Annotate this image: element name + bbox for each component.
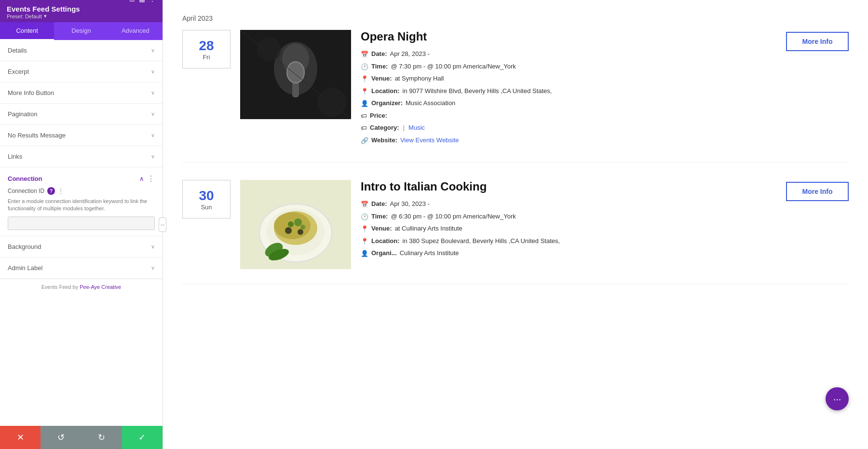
footer-link[interactable]: Pee-Aye Creative: [80, 284, 121, 290]
section-pagination-header[interactable]: Pagination ∨: [0, 104, 163, 124]
event-title-1: Intro to Italian Cooking: [361, 180, 776, 193]
person-icon-1: 👤: [361, 249, 368, 259]
date-value-1: Apr 30, 2023 -: [390, 199, 430, 209]
event-meta-category-0: 🏷 Category: | Music: [361, 123, 776, 133]
event-image-1: [240, 180, 351, 269]
footer-text: Events Feed by: [41, 284, 80, 290]
section-links: Links ∨: [0, 146, 163, 167]
help-icon[interactable]: ?: [47, 187, 55, 195]
section-admin-label-header[interactable]: Admin Label ∨: [0, 258, 163, 278]
tab-content[interactable]: Content: [0, 22, 54, 40]
pin-icon-venue-0: 📍: [361, 74, 368, 84]
connection-id-label: Connection ID: [8, 188, 44, 194]
chevron-icon-connection[interactable]: ∧: [139, 175, 144, 182]
category-link-0[interactable]: Music: [408, 123, 425, 133]
header-icons: ⊞ ▦ ⋮: [129, 0, 156, 3]
location-label-0: Location:: [371, 86, 400, 96]
event-date-day-0: Fri: [203, 54, 210, 61]
event-meta-date-0: 📅 Date: Apr 28, 2023 -: [361, 49, 776, 59]
dots-vert-conn-id[interactable]: ⋮: [58, 188, 64, 194]
organizer-label-0: Organizer:: [371, 98, 403, 108]
section-background-header[interactable]: Background ∨: [0, 236, 163, 257]
connection-title-row: Connection ∧ ⋮: [8, 167, 155, 187]
event-card-1: 30 Sun: [182, 180, 849, 284]
event-title-0: Opera Night: [361, 30, 776, 43]
section-more-info-label: More Info Button: [8, 89, 54, 96]
date-label-1: Date:: [371, 199, 387, 209]
grid-icon[interactable]: ▦: [139, 0, 145, 3]
link-icon-0: 🔗: [361, 136, 368, 146]
section-pagination: Pagination ∨: [0, 104, 163, 125]
event-date-num-0: 28: [199, 38, 214, 54]
sidebar-preset[interactable]: Preset: Default ▾: [7, 13, 80, 19]
time-label-0: Time:: [371, 62, 388, 71]
event-meta-location-0: 📍 Location: in 9077 Wilshire Blvd, Bever…: [361, 86, 776, 96]
event-date-num-1: 30: [199, 188, 214, 204]
connection-id-row: Connection ID ? ⋮: [8, 187, 155, 195]
connection-label: Connection: [8, 175, 42, 182]
svg-point-14: [288, 221, 294, 227]
tabs: Content Design Advanced: [0, 22, 163, 40]
connection-icons: ∧ ⋮: [139, 174, 155, 183]
event-meta-website-0: 🔗 Website: View Events Website: [361, 136, 776, 146]
venue-value-1: at Cullinary Arts Institute: [395, 224, 462, 233]
date-label-0: Date:: [371, 49, 387, 59]
event-meta-venue-0: 📍 Venue: at Symphony Hall: [361, 74, 776, 84]
section-more-info-button: More Info Button ∨: [0, 82, 163, 104]
event-image-0: [240, 30, 351, 119]
chat-bubble[interactable]: ···: [826, 387, 849, 410]
section-excerpt: Excerpt ∨: [0, 61, 163, 82]
fullscreen-icon[interactable]: ⊞: [129, 0, 135, 3]
more-info-button-1[interactable]: More Info: [786, 182, 849, 201]
connection-id-desc: Enter a module connection identification…: [8, 198, 155, 213]
connection-id-input[interactable]: [8, 217, 155, 230]
section-details-header[interactable]: Details ∨: [0, 40, 163, 61]
section-no-results: No Results Message ∨: [0, 125, 163, 146]
chevron-icon-excerpt: ∨: [151, 68, 155, 75]
section-excerpt-label: Excerpt: [8, 68, 29, 75]
website-label-0: Website:: [371, 136, 397, 145]
calendar-icon-1: 📅: [361, 200, 368, 209]
event-date-day-1: Sun: [201, 204, 212, 211]
chevron-icon-moreinfo: ∨: [151, 90, 155, 96]
section-details: Details ∨: [0, 40, 163, 61]
calendar-icon-0: 📅: [361, 50, 368, 59]
svg-point-15: [300, 225, 305, 230]
website-link-0[interactable]: View Events Website: [400, 136, 459, 145]
chevron-icon: ∨: [151, 47, 155, 54]
time-value-0: @ 7:30 pm - @ 10:00 pm America/New_York: [391, 62, 515, 71]
chevron-icon-links: ∨: [151, 153, 155, 160]
redo-button[interactable]: ↻: [81, 426, 122, 449]
sidebar-footer: Events Feed by Pee-Aye Creative: [0, 279, 163, 295]
clock-icon-1: 🕐: [361, 212, 368, 222]
event-date-box-0: 28 Fri: [182, 30, 231, 68]
section-excerpt-header[interactable]: Excerpt ∨: [0, 61, 163, 82]
event-details-0: Opera Night 📅 Date: Apr 28, 2023 - 🕐 Tim…: [361, 30, 776, 148]
clock-icon-0: 🕐: [361, 62, 368, 72]
more-options-icon[interactable]: ⋮: [149, 0, 156, 3]
dots-vert-icon-connection[interactable]: ⋮: [147, 174, 155, 183]
tab-advanced[interactable]: Advanced: [108, 22, 163, 40]
event-meta-date-1: 📅 Date: Apr 30, 2023 -: [361, 199, 776, 209]
event-meta-time-0: 🕐 Time: @ 7:30 pm - @ 10:00 pm America/N…: [361, 62, 776, 72]
cancel-button[interactable]: ✕: [0, 426, 41, 449]
person-icon-0: 👤: [361, 99, 368, 109]
more-info-button-0[interactable]: More Info: [786, 32, 849, 51]
event-details-1: Intro to Italian Cooking 📅 Date: Apr 30,…: [361, 180, 776, 261]
tab-design[interactable]: Design: [54, 22, 108, 40]
resize-handle[interactable]: ↔: [159, 218, 166, 232]
section-no-results-header[interactable]: No Results Message ∨: [0, 125, 163, 146]
bottom-bar: ✕ ↺ ↻ ✓: [0, 426, 163, 449]
section-links-header[interactable]: Links ∨: [0, 146, 163, 167]
save-button[interactable]: ✓: [122, 426, 163, 449]
undo-button[interactable]: ↺: [41, 426, 81, 449]
section-admin-label-label: Admin Label: [8, 264, 42, 272]
flag-icon-0: 🏷: [361, 123, 367, 133]
category-label-0: Category:: [370, 123, 399, 133]
chevron-icon-noresults: ∨: [151, 132, 155, 138]
sidebar-body: Details ∨ Excerpt ∨ More Info Button ∨ P…: [0, 40, 163, 426]
location-value-1: in 380 Supez Boulevard, Beverly Hills ,C…: [403, 236, 560, 246]
section-more-info-header[interactable]: More Info Button ∨: [0, 82, 163, 103]
chevron-icon-admin: ∨: [151, 265, 155, 271]
organizer-value-0: Music Association: [406, 98, 455, 108]
